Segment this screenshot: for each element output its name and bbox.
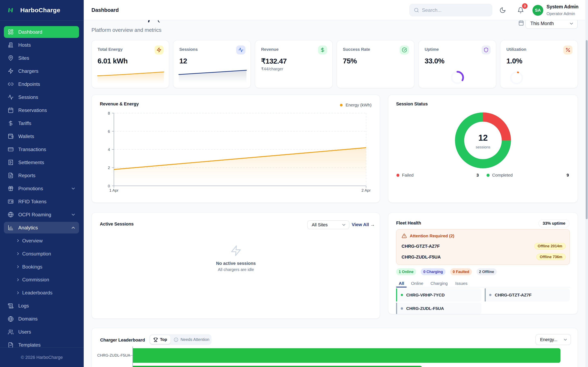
svg-text:2: 2 — [108, 166, 110, 170]
svg-text:8: 8 — [108, 111, 110, 115]
svg-text:0: 0 — [108, 184, 110, 188]
svg-text:6: 6 — [108, 129, 110, 133]
svg-text:1 Apr: 1 Apr — [109, 188, 118, 192]
svg-text:2 Apr: 2 Apr — [362, 188, 371, 192]
svg-text:4: 4 — [108, 147, 110, 152]
